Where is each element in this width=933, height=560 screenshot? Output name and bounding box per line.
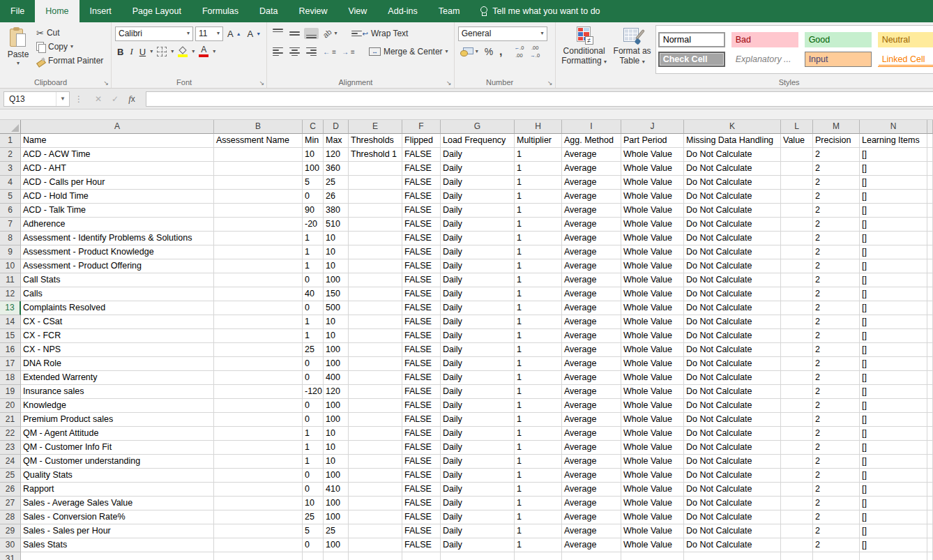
cell-A22[interactable]: QM - Agent Attitude — [21, 427, 214, 441]
cell-A26[interactable]: Rapport — [21, 483, 214, 497]
cell-K2[interactable]: Do Not Calculate — [684, 148, 781, 162]
cell-C28[interactable]: 25 — [303, 510, 324, 524]
cell-F12[interactable]: FALSE — [402, 287, 441, 301]
cell-N13[interactable]: [] — [860, 301, 927, 315]
cell-J1[interactable]: Part Period — [621, 134, 684, 148]
cell-K15[interactable]: Do Not Calculate — [684, 329, 781, 343]
cell-B3[interactable] — [214, 162, 303, 176]
cell-M16[interactable]: 2 — [813, 343, 860, 357]
cell-E3[interactable] — [349, 162, 402, 176]
cell-L10[interactable] — [781, 259, 813, 273]
row-header-1[interactable]: 1 — [0, 134, 21, 148]
cell-B8[interactable] — [214, 232, 303, 245]
cell-B15[interactable] — [214, 329, 303, 343]
row-header-27[interactable]: 27 — [0, 497, 21, 510]
cell-I24[interactable]: Average — [562, 455, 621, 469]
cell-N4[interactable]: [] — [860, 176, 927, 190]
cell-B10[interactable] — [214, 259, 303, 273]
column-header-D[interactable]: D — [324, 120, 349, 134]
row-header-24[interactable]: 24 — [0, 455, 21, 469]
cell-K23[interactable]: Do Not Calculate — [684, 441, 781, 455]
cell-E8[interactable] — [349, 232, 402, 245]
formula-input[interactable] — [146, 91, 933, 107]
column-header-A[interactable]: A — [21, 120, 214, 134]
cell-E22[interactable] — [349, 427, 402, 441]
cell-J26[interactable]: Whole Value — [621, 483, 684, 497]
cell-G1[interactable]: Load Frequency — [441, 134, 515, 148]
cell-I13[interactable]: Average — [562, 301, 621, 315]
row-header-3[interactable]: 3 — [0, 162, 21, 176]
accounting-format-button[interactable]: ▾ — [458, 46, 480, 57]
cell-C20[interactable]: 0 — [303, 399, 324, 413]
tab-home[interactable]: Home — [35, 0, 79, 22]
cell-F10[interactable]: FALSE — [402, 259, 441, 273]
cell-N27[interactable]: [] — [860, 497, 927, 510]
row-header-12[interactable]: 12 — [0, 287, 21, 301]
cell-D6[interactable]: 380 — [324, 204, 349, 218]
cell-G7[interactable]: Daily — [441, 218, 515, 232]
cell-J18[interactable]: Whole Value — [621, 371, 684, 385]
cell-I17[interactable]: Average — [562, 357, 621, 371]
column-header-H[interactable]: H — [515, 120, 562, 134]
cell-A15[interactable]: CX - FCR — [21, 329, 214, 343]
cell-E29[interactable] — [349, 524, 402, 538]
cell-F17[interactable]: FALSE — [402, 357, 441, 371]
cell-style-input[interactable]: Input — [805, 52, 872, 67]
cell-M25[interactable]: 2 — [813, 469, 860, 483]
cell-F6[interactable]: FALSE — [402, 204, 441, 218]
cell-G22[interactable]: Daily — [441, 427, 515, 441]
cell-H5[interactable]: 1 — [515, 190, 562, 204]
format-as-table-button[interactable]: Format as Table ▾ — [611, 24, 654, 76]
cell-L12[interactable] — [781, 287, 813, 301]
cell-J20[interactable]: Whole Value — [621, 399, 684, 413]
cell-G30[interactable]: Daily — [441, 538, 515, 552]
cell-H22[interactable]: 1 — [515, 427, 562, 441]
cell-L18[interactable] — [781, 371, 813, 385]
cell-F13[interactable]: FALSE — [402, 301, 441, 315]
cell-F16[interactable]: FALSE — [402, 343, 441, 357]
cell-J12[interactable]: Whole Value — [621, 287, 684, 301]
cell-C11[interactable]: 0 — [303, 273, 324, 287]
cell-K4[interactable]: Do Not Calculate — [684, 176, 781, 190]
cell-C2[interactable]: 10 — [303, 148, 324, 162]
cell-I10[interactable]: Average — [562, 259, 621, 273]
row-header-28[interactable]: 28 — [0, 510, 21, 524]
column-header-K[interactable]: K — [684, 120, 781, 134]
cell-F9[interactable]: FALSE — [402, 245, 441, 259]
cell-N12[interactable]: [] — [860, 287, 927, 301]
conditional-formatting-button[interactable]: ≠ Conditional Formatting ▾ — [558, 24, 611, 76]
cell-E11[interactable] — [349, 273, 402, 287]
cell-F2[interactable]: FALSE — [402, 148, 441, 162]
cell-H23[interactable]: 1 — [515, 441, 562, 455]
cell-B7[interactable] — [214, 218, 303, 232]
cell-B18[interactable] — [214, 371, 303, 385]
cell-C31[interactable] — [303, 552, 324, 560]
column-header-J[interactable]: J — [621, 120, 684, 134]
cell-J10[interactable]: Whole Value — [621, 259, 684, 273]
cell-I5[interactable]: Average — [562, 190, 621, 204]
row-header-13[interactable]: 13 — [0, 301, 21, 315]
select-all-corner[interactable] — [0, 120, 21, 134]
cell-I11[interactable]: Average — [562, 273, 621, 287]
cell-M4[interactable]: 2 — [813, 176, 860, 190]
cell-A7[interactable]: Adherence — [21, 218, 214, 232]
borders-button[interactable] — [155, 46, 169, 57]
cell-A24[interactable]: QM - Customer understanding — [21, 455, 214, 469]
orientation-button[interactable]: ab▾ — [321, 29, 339, 38]
cell-G24[interactable]: Daily — [441, 455, 515, 469]
cell-N10[interactable]: [] — [860, 259, 927, 273]
cell-M26[interactable]: 2 — [813, 483, 860, 497]
cell-I28[interactable]: Average — [562, 510, 621, 524]
cell-M28[interactable]: 2 — [813, 510, 860, 524]
insert-function-button[interactable]: fx — [123, 93, 140, 105]
cell-A4[interactable]: ACD - Calls per Hour — [21, 176, 214, 190]
cell-N19[interactable]: [] — [860, 385, 927, 399]
cell-F31[interactable] — [402, 552, 441, 560]
increase-indent-button[interactable]: →≡ — [340, 47, 356, 56]
decrease-decimal-button[interactable]: .00→.0 — [528, 45, 542, 59]
cell-B9[interactable] — [214, 245, 303, 259]
cell-D11[interactable]: 100 — [324, 273, 349, 287]
cell-I21[interactable]: Average — [562, 413, 621, 427]
cell-H10[interactable]: 1 — [515, 259, 562, 273]
number-format-combo[interactable]: General ▾ — [458, 27, 547, 41]
